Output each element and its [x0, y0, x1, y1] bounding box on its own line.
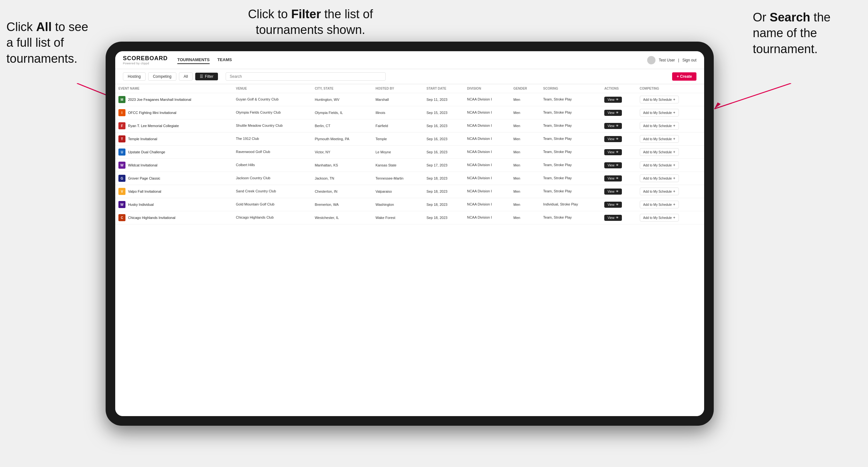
view-icon-5: 👁 — [616, 163, 619, 167]
cell-start-date-3: Sep 16, 2023 — [424, 132, 464, 146]
cell-scoring-2: Team, Stroke Play — [540, 119, 601, 132]
add-schedule-button-1[interactable]: Add to My Schedule + — [640, 109, 679, 117]
cell-actions-2: View 👁 — [601, 119, 636, 132]
cell-gender-5: Men — [510, 159, 540, 172]
plus-icon-5: + — [673, 163, 675, 167]
view-button-3[interactable]: View 👁 — [604, 136, 622, 142]
cell-start-date-7: Sep 18, 2023 — [424, 185, 464, 198]
cell-gender-0: Men — [510, 93, 540, 106]
add-schedule-button-8[interactable]: Add to My Schedule + — [640, 201, 679, 208]
cell-scoring-7: Team, Stroke Play — [540, 185, 601, 198]
col-actions: ACTIONS — [601, 84, 636, 93]
plus-icon-2: + — [673, 124, 675, 128]
add-schedule-button-5[interactable]: Add to My Schedule + — [640, 161, 679, 169]
view-button-9[interactable]: View 👁 — [604, 215, 622, 221]
tab-hosting[interactable]: Hosting — [123, 72, 146, 81]
cell-hosted-by-1: Illinois — [372, 106, 423, 119]
cell-competing-9: Add to My Schedule + — [637, 211, 704, 224]
cell-city-state-9: Westchester, IL — [311, 211, 372, 224]
table-row: I OFCC Fighting Illini Invitational Olym… — [115, 106, 704, 119]
team-logo-2: F — [118, 122, 125, 129]
plus-icon-7: + — [673, 189, 675, 194]
filter-button[interactable]: ☰ Filter — [195, 73, 218, 80]
add-schedule-button-2[interactable]: Add to My Schedule + — [640, 122, 679, 130]
cell-hosted-by-4: Le Moyne — [372, 146, 423, 159]
plus-icon-1: + — [673, 111, 675, 115]
cell-gender-8: Men — [510, 198, 540, 211]
add-schedule-button-7[interactable]: Add to My Schedule + — [640, 188, 679, 195]
event-name-6: Grover Page Classic — [128, 176, 160, 180]
view-button-5[interactable]: View 👁 — [604, 162, 622, 168]
cell-competing-7: Add to My Schedule + — [637, 185, 704, 198]
cell-scoring-5: Team, Stroke Play — [540, 159, 601, 172]
table-header-row: EVENT NAME VENUE CITY, STATE HOSTED BY S… — [115, 84, 704, 93]
cell-scoring-4: Team, Stroke Play — [540, 146, 601, 159]
nav-tabs: TOURNAMENTS TEAMS — [177, 56, 647, 64]
cell-venue-4: Ravenwood Golf Club — [233, 146, 311, 159]
col-event-name: EVENT NAME — [115, 84, 233, 93]
view-button-0[interactable]: View 👁 — [604, 97, 622, 103]
user-avatar — [647, 56, 655, 64]
cell-venue-6: Jackson Country Club — [233, 172, 311, 185]
add-schedule-button-4[interactable]: Add to My Schedule + — [640, 148, 679, 156]
event-name-2: Ryan T. Lee Memorial Collegiate — [128, 124, 179, 128]
team-logo-1: I — [118, 109, 125, 116]
cell-gender-7: Men — [510, 185, 540, 198]
cell-venue-2: Shuttle Meadow Country Club — [233, 119, 311, 132]
header-right: Test User | Sign out — [647, 56, 696, 64]
add-schedule-button-6[interactable]: Add to My Schedule + — [640, 175, 679, 182]
view-icon-0: 👁 — [616, 98, 619, 101]
cell-division-6: NCAA Division I — [464, 172, 510, 185]
table-body: M 2023 Joe Feaganes Marshall Invitationa… — [115, 93, 704, 224]
view-button-7[interactable]: View 👁 — [604, 189, 622, 195]
view-button-2[interactable]: View 👁 — [604, 123, 622, 129]
table-row: G Grover Page Classic Jackson Country Cl… — [115, 172, 704, 185]
cell-event-name-7: V Valpo Fall Invitational — [115, 185, 233, 198]
search-input[interactable] — [226, 72, 386, 81]
table-row: W Wildcat Invitational Colbert Hills Man… — [115, 159, 704, 172]
annotation-left: Click All to see a full list of tourname… — [6, 19, 96, 67]
tab-competing[interactable]: Competing — [148, 72, 176, 81]
table-row: V Valpo Fall Invitational Sand Creek Cou… — [115, 185, 704, 198]
app-logo: SCOREBOARD — [123, 55, 168, 62]
cell-division-0: NCAA Division I — [464, 93, 510, 106]
cell-start-date-1: Sep 15, 2023 — [424, 106, 464, 119]
cell-competing-4: Add to My Schedule + — [637, 146, 704, 159]
svg-marker-5 — [714, 102, 721, 109]
event-name-4: Upstate Dual Challenge — [128, 150, 165, 154]
nav-tab-teams[interactable]: TEAMS — [217, 56, 232, 64]
event-name-5: Wildcat Invitational — [128, 163, 157, 167]
add-schedule-button-9[interactable]: Add to My Schedule + — [640, 214, 679, 221]
cell-city-state-5: Manhattan, KS — [311, 159, 372, 172]
cell-hosted-by-3: Temple — [372, 132, 423, 146]
table-row: C Chicago Highlands Invitational Chicago… — [115, 211, 704, 224]
cell-actions-5: View 👁 — [601, 159, 636, 172]
view-icon-1: 👁 — [616, 111, 619, 114]
cell-city-state-2: Berlin, CT — [311, 119, 372, 132]
view-button-6[interactable]: View 👁 — [604, 176, 622, 182]
cell-gender-1: Men — [510, 106, 540, 119]
add-schedule-button-3[interactable]: Add to My Schedule + — [640, 135, 679, 143]
cell-event-name-1: I OFCC Fighting Illini Invitational — [115, 106, 233, 119]
tab-all[interactable]: All — [179, 72, 193, 81]
view-button-1[interactable]: View 👁 — [604, 110, 622, 116]
view-icon-3: 👁 — [616, 137, 619, 141]
nav-tab-tournaments[interactable]: TOURNAMENTS — [177, 56, 210, 64]
cell-venue-9: Chicago Highlands Club — [233, 211, 311, 224]
col-start-date: START DATE — [424, 84, 464, 93]
team-logo-9: C — [118, 214, 125, 221]
header-separator: | — [678, 58, 679, 62]
sign-out-link[interactable]: Sign out — [682, 58, 696, 62]
cell-event-name-8: W Husky Individual — [115, 198, 233, 211]
view-icon-7: 👁 — [616, 190, 619, 193]
add-schedule-button-0[interactable]: Add to My Schedule + — [640, 96, 679, 103]
cell-venue-8: Gold Mountain Golf Club — [233, 198, 311, 211]
create-button[interactable]: + Create — [672, 72, 696, 81]
cell-city-state-0: Huntington, WV — [311, 93, 372, 106]
cell-venue-0: Guyan Golf & Country Club — [233, 93, 311, 106]
view-button-8[interactable]: View 👁 — [604, 201, 622, 208]
cell-division-5: NCAA Division I — [464, 159, 510, 172]
cell-competing-8: Add to My Schedule + — [637, 198, 704, 211]
team-logo-8: W — [118, 201, 125, 208]
view-button-4[interactable]: View 👁 — [604, 149, 622, 155]
